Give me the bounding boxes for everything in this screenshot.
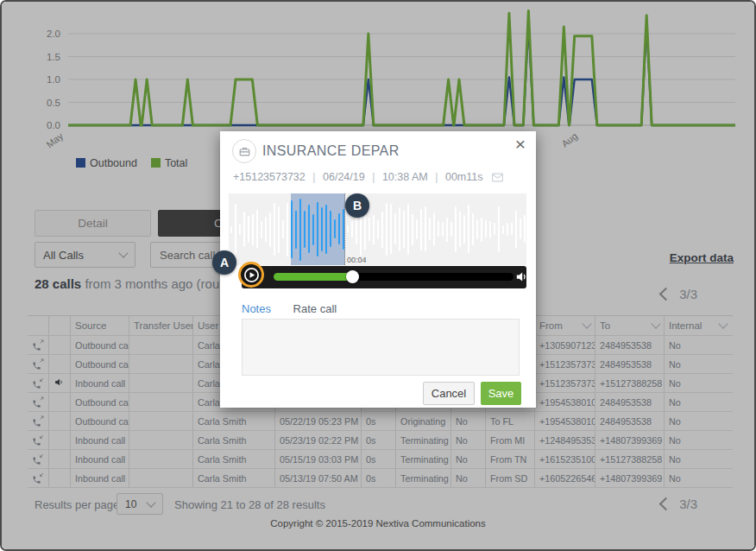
waveform-bar bbox=[343, 209, 344, 250]
waveform-bar bbox=[403, 211, 405, 248]
waveform-bar bbox=[381, 212, 383, 248]
waveform-bar bbox=[291, 200, 293, 258]
waveform-bar bbox=[252, 214, 254, 245]
waveform-bar bbox=[450, 222, 452, 237]
waveform-bar bbox=[334, 219, 336, 238]
waveform-bar bbox=[481, 218, 482, 242]
playhead-time: 00:04 bbox=[347, 256, 367, 264]
waveform-bar bbox=[325, 205, 327, 254]
waveform-bar bbox=[265, 217, 267, 242]
waveform-bar bbox=[369, 218, 370, 241]
waveform-bar bbox=[261, 221, 262, 238]
app-window: 0.00.51.01.52.0MayAug Outbound Total Det… bbox=[0, 0, 756, 551]
briefcase-icon bbox=[232, 139, 256, 163]
waveform-bar bbox=[356, 215, 357, 244]
email-icon[interactable] bbox=[490, 171, 505, 187]
waveform-bar bbox=[274, 203, 275, 256]
seek-progress bbox=[274, 273, 351, 281]
waveform-bar bbox=[399, 207, 400, 251]
waveform-bar bbox=[394, 213, 396, 244]
modal-title: INSURANCE DEPAR bbox=[262, 143, 400, 159]
waveform-bar bbox=[416, 219, 418, 239]
waveform-bar bbox=[524, 215, 526, 243]
waveform-bar bbox=[485, 220, 487, 238]
waveform-bar bbox=[472, 213, 474, 245]
waveform-bar bbox=[330, 211, 331, 247]
play-button[interactable] bbox=[238, 262, 264, 288]
waveform-bar bbox=[446, 218, 448, 242]
audio-waveform[interactable]: 00:04 bbox=[229, 193, 526, 265]
seek-bar[interactable] bbox=[274, 273, 513, 281]
waveform-bar bbox=[243, 212, 245, 247]
waveform-bar bbox=[386, 203, 387, 256]
seek-handle[interactable] bbox=[346, 270, 359, 283]
waveform-bar bbox=[420, 209, 422, 250]
waveform-bar bbox=[468, 205, 469, 253]
waveform-bar bbox=[476, 219, 478, 239]
waveform-bar bbox=[507, 223, 508, 236]
waveform-bar bbox=[299, 199, 301, 261]
waveform-bar bbox=[282, 220, 284, 238]
waveform-bar bbox=[377, 220, 379, 239]
annotation-badge-a: A bbox=[212, 250, 236, 275]
waveform-bar bbox=[304, 211, 306, 248]
annotation-badge-b: B bbox=[345, 193, 369, 218]
waveform-bar bbox=[351, 221, 353, 238]
waveform-bar bbox=[321, 207, 323, 251]
cancel-button[interactable]: Cancel bbox=[423, 382, 475, 405]
waveform-bar bbox=[459, 212, 461, 247]
waveform-bar bbox=[230, 226, 232, 233]
waveform-bar bbox=[455, 206, 457, 252]
tab-rate-call[interactable]: Rate call bbox=[293, 302, 337, 315]
notes-textarea[interactable] bbox=[242, 319, 520, 376]
waveform-bar bbox=[256, 210, 258, 248]
waveform-bar bbox=[312, 214, 314, 245]
call-date: 06/24/19 bbox=[323, 171, 365, 183]
waveform-bar bbox=[373, 215, 375, 244]
close-icon[interactable]: × bbox=[515, 135, 526, 153]
waveform-bar bbox=[425, 206, 426, 251]
waveform-bar bbox=[278, 206, 280, 253]
waveform-bar bbox=[520, 218, 521, 239]
save-button[interactable]: Save bbox=[481, 382, 521, 405]
waveform-bar bbox=[269, 212, 271, 247]
volume-icon[interactable] bbox=[514, 269, 529, 288]
tab-notes[interactable]: Notes bbox=[242, 302, 271, 315]
waveform-bar bbox=[515, 211, 517, 248]
waveform-bar bbox=[407, 204, 409, 255]
call-time: 10:38 AM bbox=[382, 171, 428, 183]
waveform-bar bbox=[442, 222, 444, 237]
waveform-bar bbox=[511, 223, 513, 235]
waveform-bar bbox=[317, 202, 318, 256]
waveform-bar bbox=[347, 225, 349, 232]
waveform-bar bbox=[429, 218, 431, 240]
waveform-bar bbox=[248, 216, 249, 243]
waveform-bar bbox=[433, 212, 435, 246]
waveform-bar bbox=[502, 225, 504, 234]
waveform-bar bbox=[494, 223, 495, 235]
waveform-bar bbox=[287, 203, 288, 256]
waveform-bar bbox=[308, 205, 310, 253]
call-metadata: +15123573732 | 06/24/19 | 10:38 AM | 00m… bbox=[233, 171, 482, 183]
waveform-bar bbox=[412, 214, 413, 245]
call-details-modal: INSURANCE DEPAR × +15123573732 | 06/24/1… bbox=[220, 131, 536, 408]
waveform-bar bbox=[463, 215, 465, 244]
waveform-bar bbox=[390, 204, 392, 254]
waveform-bar bbox=[239, 224, 241, 235]
waveform-bar bbox=[489, 221, 491, 238]
waveform-bar bbox=[235, 204, 236, 254]
waveform-bar bbox=[438, 221, 439, 237]
call-duration: 00m11s bbox=[445, 171, 483, 183]
waveform-bar bbox=[338, 213, 340, 244]
waveform-bar bbox=[295, 211, 297, 249]
call-phone-number: +15123573732 bbox=[233, 171, 306, 183]
waveform-bar bbox=[498, 206, 500, 252]
